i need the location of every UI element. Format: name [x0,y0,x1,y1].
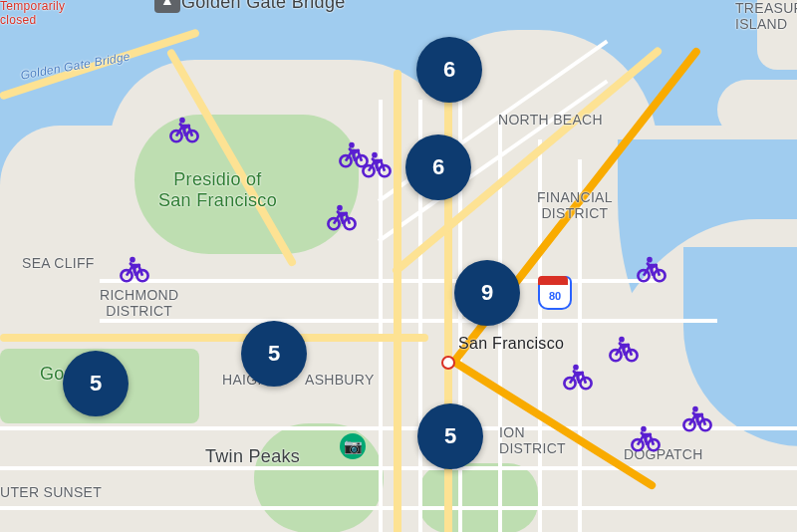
cluster-bubble[interactable]: 6 [416,37,482,103]
cluster-bubble[interactable]: 6 [405,134,471,200]
cluster-count: 5 [268,341,280,367]
bridge-label: Golden Gate Bridge [181,0,346,13]
bike-marker[interactable] [630,422,662,454]
closed-label: Temporarily closed [0,0,65,28]
bike-marker[interactable] [562,361,594,393]
twin-peaks-poi: 📷 [340,433,366,459]
bike-icon [636,253,667,285]
land-treasure [757,0,797,70]
bike-icon [630,422,662,454]
cluster-bubble[interactable]: 5 [417,403,483,469]
bike-icon [681,402,713,434]
city-dot [441,356,455,370]
bike-marker[interactable] [361,148,393,180]
bike-marker[interactable] [636,253,667,285]
bridge-icon: ▲ [154,0,180,13]
bike-marker[interactable] [608,333,640,365]
road-fulton [0,334,428,342]
cluster-bubble[interactable]: 5 [63,351,129,416]
cluster-bubble[interactable]: 5 [241,321,307,387]
road-grid [578,159,582,532]
cluster-count: 6 [432,154,444,180]
hwy-80-number: 80 [549,290,561,302]
bike-marker[interactable] [168,114,200,145]
park-mission [418,463,538,532]
bike-icon [168,114,200,145]
road-grid [100,319,717,323]
bike-marker[interactable] [681,402,713,434]
bike-icon [608,333,640,365]
cluster-count: 5 [90,371,102,397]
bike-icon [562,361,594,393]
bike-icon [326,201,358,233]
road-vanness [394,70,401,532]
land-yerba [717,80,797,139]
bike-marker[interactable] [326,201,358,233]
road-grid [100,279,658,283]
map-canvas[interactable]: ▲ Golden Gate Bridge Temporarily closed … [0,0,797,532]
bike-icon [361,148,393,180]
bike-icon [119,253,150,285]
cluster-count: 6 [443,57,455,83]
cluster-bubble[interactable]: 9 [454,260,520,326]
cluster-count: 5 [444,423,456,449]
hwy-80-shield: 80 [538,276,568,306]
bike-marker[interactable] [119,253,150,285]
cluster-count: 9 [481,280,493,306]
road-grid [538,139,542,532]
